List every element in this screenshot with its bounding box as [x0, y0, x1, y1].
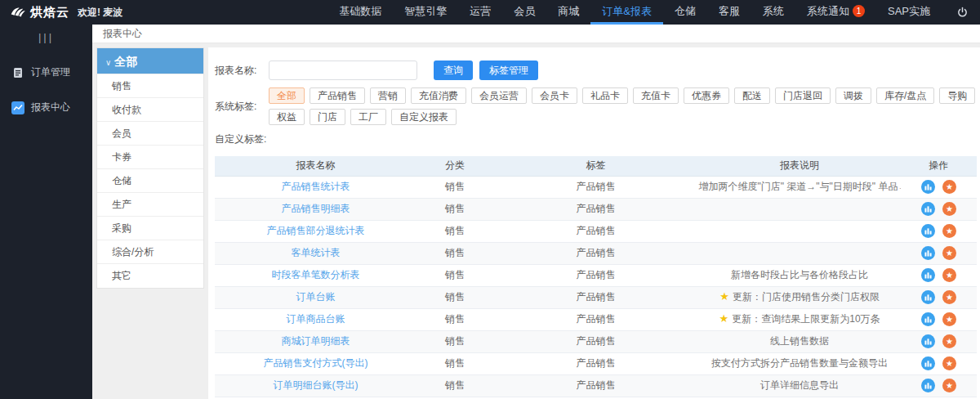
system-tag[interactable]: 工厂	[350, 109, 386, 125]
line-chart-icon	[11, 101, 24, 114]
bar-chart-icon[interactable]	[921, 268, 935, 282]
system-tag[interactable]: 库存/盘点	[876, 87, 934, 104]
bar-chart-icon[interactable]	[921, 180, 935, 194]
system-tag[interactable]: 产品销售	[310, 87, 365, 104]
description-text: 新增各时段占比与各价格段占比	[731, 269, 868, 280]
system-tag[interactable]: 会员卡	[532, 87, 577, 104]
top-nav-item[interactable]: 会员	[502, 0, 546, 25]
system-tag[interactable]: 导购	[939, 87, 975, 104]
category-item[interactable]: ∨综合/分析	[97, 240, 203, 264]
system-tag[interactable]: 配送	[734, 87, 770, 104]
report-name-input[interactable]	[269, 61, 417, 80]
report-link[interactable]: 时段客单笔数分析表	[272, 269, 360, 280]
system-tags-label: 系统标签:	[215, 100, 269, 114]
report-link[interactable]: 产品销售明细表	[282, 203, 350, 214]
sidebar-item-label: 报表中心	[31, 101, 70, 114]
favorite-star-icon[interactable]: ★	[942, 290, 956, 304]
bar-chart-icon[interactable]	[921, 202, 935, 216]
report-link[interactable]: 产品销售支付方式(导出)	[264, 357, 368, 369]
system-tag[interactable]: 权益	[269, 109, 305, 125]
system-tag[interactable]: 调拨	[835, 87, 871, 104]
category-item[interactable]: ∨全部	[97, 48, 203, 74]
system-tag[interactable]: 礼品卡	[582, 87, 628, 104]
top-nav-item[interactable]: 智慧引擎	[393, 0, 458, 25]
category-item[interactable]: ∨会员	[97, 122, 203, 146]
bar-chart-icon[interactable]	[921, 356, 935, 370]
description-text: 订单详细信息导出	[760, 379, 839, 391]
report-link[interactable]: 订单商品台账	[287, 313, 345, 325]
hamburger-icon[interactable]: |||	[0, 25, 92, 58]
favorite-star-icon[interactable]: ★	[942, 379, 956, 392]
system-tag[interactable]: 全部	[269, 87, 305, 104]
category-item[interactable]: ∨收付款	[97, 98, 203, 122]
system-tag[interactable]: 营销	[370, 87, 406, 104]
description-cell: ★更新：查询结果上限更新为10万条	[698, 308, 900, 330]
tag-cell: 产品销售	[493, 374, 699, 397]
bar-chart-icon[interactable]	[921, 379, 935, 392]
sidebar-item-order-management[interactable]: 订单管理	[0, 58, 92, 87]
bar-chart-icon[interactable]	[921, 224, 935, 238]
top-nav-item[interactable]: 客服	[707, 0, 751, 25]
tag-cell: 产品销售	[493, 264, 699, 286]
header-tag: 标签	[493, 156, 699, 176]
bar-chart-icon[interactable]	[921, 312, 935, 326]
favorite-star-icon[interactable]: ★	[942, 246, 956, 260]
report-link[interactable]: 产品销售部分退统计表	[267, 225, 365, 236]
sidebar-item-report-center[interactable]: 报表中心	[0, 93, 92, 122]
bar-chart-icon[interactable]	[921, 290, 935, 304]
favorite-star-icon[interactable]: ★	[942, 202, 956, 216]
category-cell: 销售	[416, 242, 492, 264]
top-nav-label: 运营	[470, 4, 491, 19]
top-nav-item[interactable]: 基础数据	[327, 0, 393, 25]
sidebar-item-label: 订单管理	[31, 65, 70, 79]
report-link[interactable]: 订单明细台账(导出)	[274, 379, 359, 391]
description-cell: ★新增各时段占比与各价格段占比	[698, 264, 900, 286]
category-item[interactable]: ∨卡券	[97, 146, 203, 169]
top-nav-item[interactable]: SAP实施	[876, 0, 942, 25]
bar-chart-icon[interactable]	[921, 334, 935, 348]
system-tag[interactable]: 充值消费	[411, 87, 466, 104]
system-tag[interactable]: 门店	[310, 109, 345, 125]
favorite-star-icon[interactable]: ★	[942, 356, 956, 370]
report-link[interactable]: 商城订单明细表	[282, 335, 350, 347]
top-nav-label: 仓储	[675, 4, 696, 19]
system-tag[interactable]: 充值卡	[633, 87, 679, 104]
category-cell: 销售	[416, 176, 492, 198]
report-link[interactable]: 订单台账	[296, 291, 336, 303]
header-description: 报表说明	[698, 156, 900, 176]
top-nav-item[interactable]: 仓储	[663, 0, 707, 25]
report-link[interactable]: 客单统计表	[292, 247, 341, 258]
table-header-row: 报表名称 分类 标签 报表说明 操作	[215, 156, 977, 176]
logo[interactable]: 烘焙云	[10, 4, 69, 20]
power-icon[interactable]	[956, 7, 969, 19]
system-tag[interactable]: 自定义报表	[391, 109, 457, 125]
category-item[interactable]: ∨销售	[97, 74, 203, 98]
category-item[interactable]: ∨采购	[97, 217, 203, 240]
category-item[interactable]: ∨仓储	[97, 169, 203, 193]
actions-cell: ★	[901, 330, 977, 352]
system-tag[interactable]: 门店退回	[775, 87, 831, 104]
tag-cell: 产品销售	[493, 198, 699, 220]
category-cell: 销售	[416, 352, 492, 374]
favorite-star-icon[interactable]: ★	[942, 224, 956, 238]
category-item[interactable]: ∨其它	[97, 264, 203, 288]
system-tag[interactable]: 会员运营	[471, 87, 527, 104]
actions-cell: ★	[901, 286, 977, 308]
bar-chart-icon[interactable]	[921, 246, 935, 260]
top-nav-item[interactable]: 商城	[546, 0, 590, 25]
favorite-star-icon[interactable]: ★	[942, 334, 956, 348]
top-nav-item[interactable]: 订单&报表	[590, 0, 663, 25]
top-nav-item[interactable]: 运营	[458, 0, 502, 25]
custom-tags-row: 自定义标签:	[215, 132, 977, 146]
category-cell: 销售	[416, 374, 492, 397]
top-nav-item[interactable]: 系统	[751, 0, 795, 25]
search-button[interactable]: 查询	[434, 61, 473, 80]
favorite-star-icon[interactable]: ★	[942, 312, 956, 326]
favorite-star-icon[interactable]: ★	[942, 268, 956, 282]
category-item[interactable]: ∨生产	[97, 193, 203, 217]
report-link[interactable]: 产品销售统计表	[282, 181, 350, 192]
system-tag[interactable]: 优惠券	[684, 87, 729, 104]
favorite-star-icon[interactable]: ★	[942, 180, 956, 194]
top-nav-item[interactable]: 系统通知 1	[795, 0, 876, 25]
tag-manage-button[interactable]: 标签管理	[479, 61, 538, 80]
